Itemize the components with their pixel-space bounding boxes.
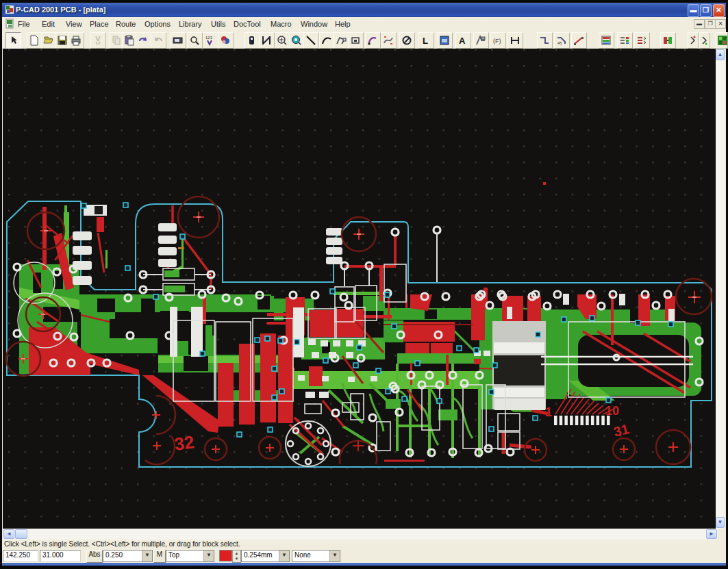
svg-text:32: 32 [173, 431, 196, 455]
svg-text:123: 123 [205, 36, 213, 40]
svg-text:45: 45 [557, 41, 562, 45]
svg-text:L: L [423, 36, 428, 46]
svg-text:A: A [459, 36, 466, 46]
svg-text:10: 10 [605, 404, 619, 418]
svg-text:(F): (F) [493, 38, 501, 45]
svg-text:1: 1 [545, 405, 552, 419]
